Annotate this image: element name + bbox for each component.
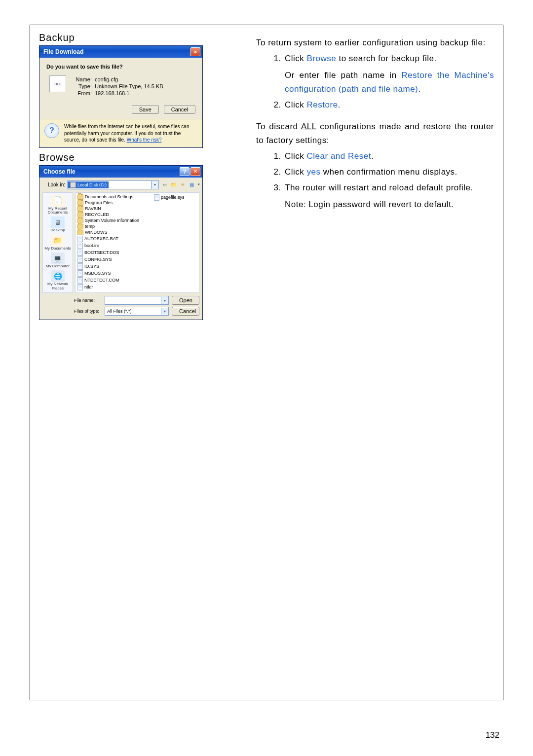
instruction-text: To return system to earlier configuratio… [256,31,494,691]
choose-file-titlebar: Choose file ? × [39,166,202,178]
file-icon [77,263,83,270]
reset-note: Note: Login password will revert to defa… [285,198,494,212]
file-item[interactable]: boot.ini [77,243,139,249]
file-item[interactable]: ntldr [77,284,139,290]
places-recent[interactable]: 📄My Recent Documents [43,195,73,215]
file-item[interactable]: CONFIG.SYS [77,256,139,263]
step-restart: The router will restart and reload defau… [284,181,494,212]
file-type-icon: FILE [49,75,66,92]
views-icon[interactable]: ▦ [188,180,199,189]
file-icon [77,243,83,249]
save-button[interactable]: Save [132,105,159,114]
file-item[interactable]: IO.SYS [77,263,139,270]
file-download-titlebar: File Download × [39,46,202,58]
file-download-dialog: File Download × Do you want to save this… [39,45,203,148]
file-name-input[interactable]: ▾ [105,296,169,305]
file-icon [77,284,83,290]
file-item[interactable]: NTDETECT.COM [77,277,139,284]
close-icon[interactable]: × [190,47,200,56]
file-item[interactable]: MSDOS.SYS [77,270,139,277]
file-item[interactable]: RECYCLED [77,212,139,217]
step-restore: Click Restore. [284,98,494,112]
step-browse: Click Browse to search for backup file. … [284,52,494,96]
cancel-button[interactable]: Cancel [164,105,195,114]
file-icon [77,250,83,256]
left-column: Backup File Download × Do you want to sa… [39,31,241,691]
file-item[interactable]: Program Files [77,200,139,206]
manual-page: Backup File Download × Do you want to sa… [0,0,533,756]
places-my-documents[interactable]: 📁My Documents [44,235,71,251]
places-desktop[interactable]: 🖥Desktop [50,216,65,232]
file-download-question: Do you want to save this file? [46,64,195,70]
file-item[interactable]: WINDOWS [77,230,139,235]
chevron-down-icon: ▾ [161,308,168,315]
file-item[interactable]: Documents and Settings [77,194,139,200]
chevron-down-icon: ▾ [151,181,158,189]
file-name-label: File name: [74,298,102,303]
step-confirm-yes: Click yes when confirmation menu display… [284,165,494,179]
places-bar: 📄My Recent Documents 🖥Desktop 📁My Docume… [42,192,73,293]
file-item[interactable]: BOOTSECT.DOS [77,250,139,256]
places-my-computer[interactable]: 💻My Computer [46,252,70,268]
step-clear-reset: Click Clear and Reset. [284,149,494,163]
cancel-button[interactable]: Cancel [172,307,199,316]
choose-file-title: Choose file [43,168,76,175]
security-warning: ? While files from the Internet can be u… [39,119,202,147]
folder-icon [77,224,83,229]
file-type-dropdown[interactable]: All Files (*.*)▾ [105,307,169,316]
page-frame: Backup File Download × Do you want to sa… [30,25,503,700]
folder-icon [77,200,83,206]
close-icon[interactable]: × [190,167,200,176]
file-listing[interactable]: Documents and SettingsProgram FilesRAVBI… [75,192,199,293]
file-icon [154,194,159,201]
look-in-dropdown[interactable]: Local Disk (C:) ▾ [67,180,159,189]
file-icon [77,270,83,277]
file-item[interactable]: AUTOEXEC.BAT [77,236,139,242]
file-type-label: Files of type: [74,309,102,314]
choose-file-dialog: Choose file ? × Look in: Local Disk (C:)… [39,165,203,321]
backup-heading: Backup [39,32,241,43]
file-item[interactable]: pagefile.sys [154,194,185,201]
folder-icon [77,218,83,223]
toolbar-icons: ⇐ 📁 ✳ ▦ [161,180,199,189]
file-meta: FILE Name:config.cfg Type:Unknown File T… [49,75,195,97]
places-my-network[interactable]: 🌐My Network Places [43,270,73,290]
folder-icon [77,212,83,217]
folder-icon [77,206,83,212]
folder-icon [77,194,83,200]
new-folder-icon[interactable]: ✳ [179,180,187,189]
intro-discard: To discard ALL configurations made and r… [256,120,494,147]
folder-icon [77,230,83,235]
chevron-down-icon: ▾ [161,297,168,304]
file-item[interactable]: System Volume Information [77,218,139,223]
file-icon [77,256,83,263]
disk-icon [70,182,76,188]
file-icon [77,236,83,242]
look-in-label: Look in: [42,182,65,187]
open-button[interactable]: Open [172,296,199,305]
restore-steps: Click Browse to search for backup file. … [256,52,494,112]
choose-file-body: Look in: Local Disk (C:) ▾ ⇐ 📁 ✳ ▦ [39,178,202,320]
back-icon[interactable]: ⇐ [161,180,169,189]
question-icon: ? [44,123,59,138]
file-download-body: Do you want to save this file? FILE Name… [39,58,202,147]
reset-steps: Click Clear and Reset. Click yes when co… [256,149,494,212]
whats-the-risk-link[interactable]: What's the risk? [127,137,162,143]
file-item[interactable]: RAVBIN [77,206,139,212]
file-item[interactable]: temp [77,224,139,229]
page-number: 132 [486,730,499,740]
up-folder-icon[interactable]: 📁 [170,180,178,189]
browse-heading: Browse [39,152,241,163]
intro-restore: To return system to earlier configuratio… [256,36,494,50]
file-icon [77,277,83,284]
file-download-title: File Download [43,48,83,55]
help-icon[interactable]: ? [180,167,190,176]
